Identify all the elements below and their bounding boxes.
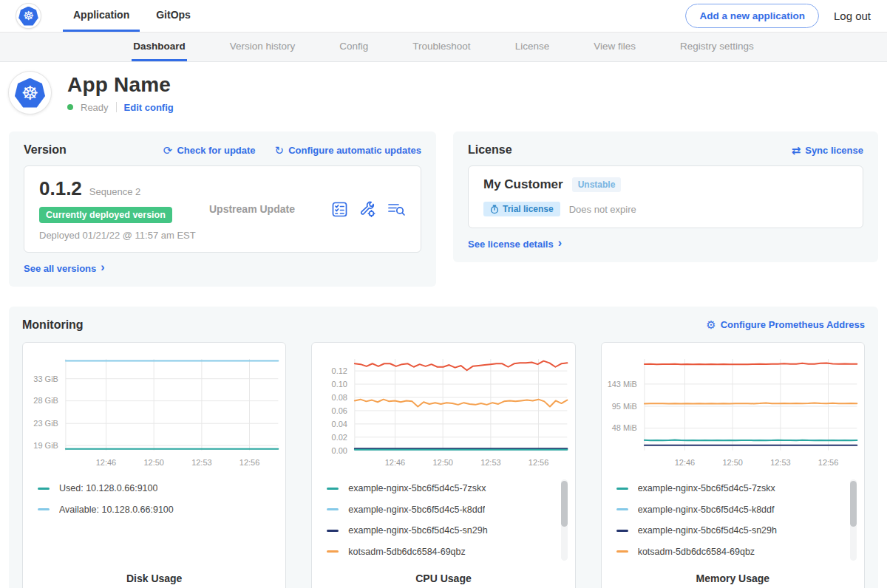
app-avatar: ☸ (9, 72, 51, 114)
legend-label: example-nginx-5bc6f5d4c5-7zskx (638, 483, 775, 493)
svg-text:0.10: 0.10 (332, 379, 347, 388)
refresh-icon: ⟳ (163, 145, 173, 156)
legend-scrollbar-thumb[interactable] (850, 481, 857, 527)
legend-swatch (616, 488, 628, 490)
svg-text:0.02: 0.02 (332, 432, 347, 441)
see-all-versions-link[interactable]: See all versions › (24, 262, 105, 274)
deployed-timestamp: Deployed 01/21/22 @ 11:57 am EST (39, 230, 209, 241)
logout-button[interactable]: Log out (834, 10, 871, 22)
chart-card-disk-usage: 19 GiB23 GiB28 GiB33 GiB12:4612:5012:531… (22, 342, 286, 588)
brand-logo[interactable]: ☸ (16, 0, 41, 32)
svg-text:0.12: 0.12 (332, 366, 347, 375)
legend-swatch (616, 508, 628, 510)
svg-text:12:46: 12:46 (96, 457, 116, 466)
tab-registry-settings[interactable]: Registry settings (679, 33, 755, 61)
svg-text:12:53: 12:53 (480, 457, 500, 466)
legend-scrollbar-track (561, 479, 568, 561)
tab-troubleshoot[interactable]: Troubleshoot (411, 33, 472, 61)
chevron-right-icon: › (558, 237, 562, 249)
legend-label: kotsadm-5db6dc6584-69qbz (638, 547, 755, 557)
license-panel: My Customer Unstable Trial license Does … (468, 165, 863, 228)
configure-automatic-updates-link[interactable]: ↻ Configure automatic updates (275, 145, 421, 156)
top-tab-gitops[interactable]: GitOps (146, 0, 201, 32)
tab-config[interactable]: Config (338, 33, 370, 61)
add-application-button[interactable]: Add a new application (685, 4, 819, 28)
legend-item: kotsadm-5db6dc6584-69qbz (616, 541, 843, 563)
kubernetes-logo-icon: ☸ (18, 7, 38, 26)
monitoring-charts-row: 19 GiB23 GiB28 GiB33 GiB12:4612:5012:531… (22, 342, 865, 588)
svg-text:95 MiB: 95 MiB (611, 401, 636, 410)
tab-view-files[interactable]: View files (592, 33, 637, 61)
svg-text:12:53: 12:53 (770, 457, 790, 466)
legend-swatch (327, 530, 339, 532)
legend-swatch (327, 550, 339, 553)
legend-swatch (38, 488, 50, 490)
chart-title: Disk Usage (23, 572, 285, 584)
channel-badge: Unstable (572, 177, 622, 192)
legend-label: example-nginx-5bc6f5d4c5-sn29h (638, 525, 777, 536)
license-card: License ⇄ Sync license My Customer Unsta… (453, 131, 878, 262)
configure-prometheus-link[interactable]: ⚙ Configure Prometheus Address (706, 319, 865, 330)
chart-title: Memory Usage (602, 572, 864, 584)
legend-label: example-nginx-5bc6f5d4c5-sn29h (348, 525, 487, 536)
legend-item: example-nginx-5bc6f5d4c5-sn29h (616, 520, 843, 541)
tab-version-history[interactable]: Version history (228, 33, 297, 61)
version-card-title: Version (24, 143, 67, 157)
legend-item: example-nginx-5bc6f5d4c5-7zskx (327, 478, 554, 499)
legend-swatch (616, 530, 628, 532)
stopwatch-icon (490, 205, 499, 214)
status-text: Ready (81, 102, 109, 113)
legend-swatch (38, 508, 50, 510)
customer-name: My Customer (483, 177, 563, 192)
see-license-details-link[interactable]: See license details › (468, 238, 562, 250)
legend-scrollbar-track (850, 479, 857, 561)
svg-text:12:50: 12:50 (722, 457, 742, 466)
top-tab-application[interactable]: Application (63, 0, 140, 32)
tab-dashboard[interactable]: Dashboard (132, 33, 187, 61)
legend-label: Available: 10.128.0.66:9100 (59, 505, 174, 515)
topbar-right: Add a new application Log out (685, 0, 871, 32)
legend-label: example-nginx-5bc6f5d4c5-7zskx (348, 483, 486, 493)
license-expiry: Does not expire (569, 204, 636, 215)
legend-item: example-nginx-5bc6f5d4c5-7zskx (616, 478, 843, 499)
svg-text:12:56: 12:56 (818, 457, 837, 466)
svg-text:23 GiB: 23 GiB (33, 419, 58, 428)
memory-usage-legend: example-nginx-5bc6f5d4c5-7zskxexample-ng… (616, 478, 858, 562)
svg-text:12:46: 12:46 (674, 457, 694, 466)
svg-text:0.08: 0.08 (332, 392, 347, 401)
legend-swatch (616, 550, 628, 553)
legend-scrollbar-thumb[interactable] (561, 481, 568, 527)
legend-item: Used: 10.128.0.66:9100 (38, 478, 265, 499)
legend-item: example-nginx-5bc6f5d4c5-k8ddf (616, 499, 843, 521)
status-dot (67, 104, 73, 110)
chevron-right-icon: › (101, 261, 104, 273)
monitoring-section: Monitoring ⚙ Configure Prometheus Addres… (9, 307, 878, 588)
sync-arrows-icon: ⇄ (792, 145, 801, 156)
view-logs-icon[interactable] (387, 201, 406, 218)
svg-text:12:56: 12:56 (529, 457, 548, 466)
clock-refresh-icon: ↻ (275, 145, 285, 156)
legend-item: kotsadm-5db6dc6584-69qbz (327, 541, 554, 563)
svg-text:19 GiB: 19 GiB (33, 441, 58, 450)
chart-title: CPU Usage (312, 572, 574, 584)
check-for-update-link[interactable]: ⟳ Check for update (163, 145, 256, 156)
version-card: Version ⟳ Check for update ↻ Configure a… (9, 131, 436, 287)
disk-usage-chart: 19 GiB23 GiB28 GiB33 GiB12:4612:5012:531… (23, 349, 285, 476)
legend-label: example-nginx-5bc6f5d4c5-k8ddf (638, 505, 775, 515)
memory-usage-chart: 48 MiB95 MiB143 MiB12:4612:5012:5312:56 (602, 349, 864, 476)
page-title: App Name (67, 73, 174, 97)
edit-config-link[interactable]: Edit config (124, 102, 174, 113)
svg-text:12:56: 12:56 (239, 457, 259, 466)
kubernetes-logo-badge: ☸ (16, 4, 41, 28)
svg-text:48 MiB: 48 MiB (611, 423, 636, 432)
tab-license[interactable]: License (514, 33, 551, 61)
config-wrench-icon[interactable] (359, 201, 376, 218)
version-number: 0.1.2 (39, 177, 82, 200)
license-card-title: License (468, 143, 512, 157)
svg-text:143 MiB: 143 MiB (607, 379, 636, 388)
legend-item: example-nginx-5bc6f5d4c5-k8ddf (327, 499, 554, 521)
app-subnav: DashboardVersion historyConfigTroublesho… (0, 33, 887, 62)
sync-license-link[interactable]: ⇄ Sync license (792, 145, 863, 156)
preflight-checks-icon[interactable] (331, 201, 348, 218)
cpu-usage-legend: example-nginx-5bc6f5d4c5-7zskxexample-ng… (327, 478, 568, 562)
